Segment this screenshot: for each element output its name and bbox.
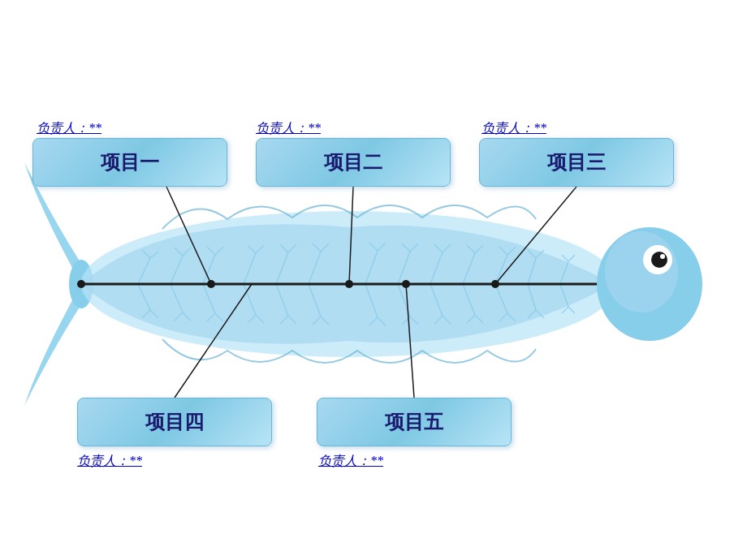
person-label-5: 负责人：**	[318, 453, 383, 470]
project-box-1: 项目一	[32, 138, 227, 187]
project-1-label: 项目一	[101, 149, 159, 175]
person-label-4: 负责人：**	[77, 453, 142, 470]
project-box-3: 项目三	[479, 138, 674, 187]
project-4-label: 项目四	[145, 409, 204, 435]
person-label-1: 负责人：**	[37, 120, 101, 137]
fish-diagram-svg	[0, 0, 747, 560]
project-5-label: 项目五	[385, 409, 443, 435]
project-2-label: 项目二	[324, 149, 382, 175]
diagram-canvas: 项目一 项目二 项目三 项目四 项目五 负责人：** 负责人：** 负责人：**…	[0, 0, 747, 560]
project-3-label: 项目三	[547, 149, 606, 175]
project-box-4: 项目四	[77, 398, 272, 446]
project-box-5: 项目五	[317, 398, 512, 446]
fish-eye-shine	[660, 254, 665, 259]
person-label-2: 负责人：**	[256, 120, 321, 137]
fish-head-highlight	[605, 231, 678, 312]
project-box-2: 项目二	[256, 138, 451, 187]
person-label-3: 负责人：**	[481, 120, 546, 137]
spine-dot-1	[77, 280, 85, 288]
fish-eye-pupil	[651, 252, 667, 268]
